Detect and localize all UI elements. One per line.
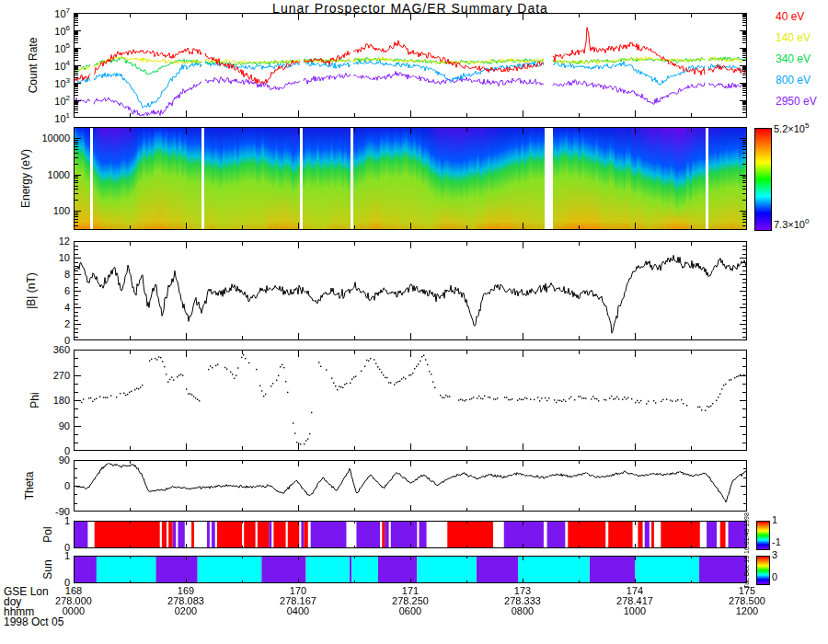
tick-label: 0 bbox=[39, 480, 70, 491]
sun-strip bbox=[74, 556, 747, 583]
theta-axis-label: Theta bbox=[23, 431, 36, 541]
tick-label: 0200 bbox=[144, 605, 227, 616]
tick-label: 1000 bbox=[593, 605, 676, 616]
tick-label: 6 bbox=[42, 285, 70, 296]
tick-label: 105 bbox=[39, 41, 70, 54]
tick-label: 1 bbox=[52, 550, 70, 561]
tick-label: 5.2×105 bbox=[774, 121, 825, 134]
tick-label: 103 bbox=[39, 76, 70, 89]
tick-label: 102 bbox=[39, 94, 70, 107]
lunar-prospector-summary-plot: Lunar Prospector MAG/ER Summary Data Cou… bbox=[0, 0, 828, 644]
pol-colorbar bbox=[756, 521, 770, 550]
legend-800ev: 800 eV bbox=[776, 74, 811, 86]
tick-label: 101 bbox=[39, 111, 70, 124]
legend-2950ev: 2950 eV bbox=[776, 95, 817, 108]
tick-label: 4 bbox=[42, 302, 70, 313]
tick-label: 107 bbox=[39, 6, 70, 19]
tick-label: 104 bbox=[39, 59, 70, 72]
phi-plot bbox=[74, 350, 747, 451]
tick-label: 1 bbox=[772, 514, 799, 525]
tick-label: 7.3×100 bbox=[774, 217, 825, 230]
tick-label: 0600 bbox=[369, 605, 452, 616]
tick-label: 180 bbox=[42, 395, 70, 406]
tick-label: 2 bbox=[42, 318, 70, 329]
energy-spectrogram bbox=[74, 127, 747, 230]
legend-140ev: 140 eV bbox=[776, 31, 811, 44]
legend-340ev: 340 eV bbox=[776, 52, 811, 65]
tick-label: 12 bbox=[42, 236, 70, 247]
bmag-axis-label: |B| (nT) bbox=[25, 236, 38, 346]
tick-label: -1 bbox=[772, 536, 799, 547]
bmag-plot bbox=[74, 241, 747, 340]
tick-label: 0000 bbox=[32, 605, 115, 616]
count-rate-axis-label: Count Rate bbox=[27, 10, 40, 121]
legend-40ev: 40 eV bbox=[776, 10, 804, 23]
energy-axis-label: Energy (eV) bbox=[19, 123, 32, 234]
tick-label: 0 bbox=[772, 571, 799, 582]
tick-label: 10000 bbox=[33, 132, 70, 144]
tick-label: 90 bbox=[42, 420, 70, 431]
sun-colorbar bbox=[756, 556, 770, 585]
pol-strip bbox=[74, 521, 747, 548]
tick-label: 1200 bbox=[706, 605, 788, 616]
tick-label: 1000 bbox=[33, 169, 70, 180]
theta-plot bbox=[74, 460, 747, 512]
tick-label: 270 bbox=[42, 370, 70, 381]
tick-label: 106 bbox=[39, 24, 70, 37]
tick-label: 100 bbox=[33, 205, 70, 216]
spectrogram-colorbar bbox=[754, 128, 772, 231]
tick-label: 8 bbox=[42, 269, 70, 280]
count-rate-plot bbox=[74, 13, 747, 118]
tick-label: 0800 bbox=[481, 605, 564, 616]
xaxis-date: 1998 Oct 05 bbox=[4, 615, 63, 628]
tick-label: 90 bbox=[39, 454, 70, 466]
tick-label: 3 bbox=[772, 549, 799, 560]
tick-label: 0400 bbox=[257, 605, 339, 616]
tick-label: 10 bbox=[42, 252, 70, 263]
tick-label: 1 bbox=[52, 515, 70, 526]
tick-label: 360 bbox=[42, 344, 70, 355]
